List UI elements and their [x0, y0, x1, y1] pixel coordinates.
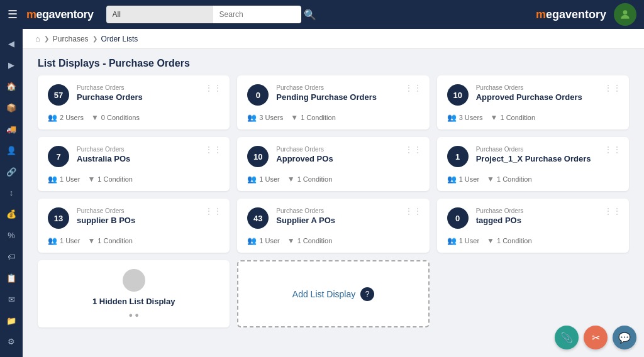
hamburger-menu[interactable]: ☰ — [8, 8, 18, 21]
list-item[interactable]: 1 Purchase Orders Project_1_X Purchase O… — [437, 137, 629, 191]
nav-avatar[interactable] — [614, 3, 636, 26]
sidebar-folder-icon[interactable]: 📁 — [1, 310, 21, 331]
card-badge: 0 — [247, 84, 269, 106]
card-conditions: 1 Condition — [97, 237, 133, 244]
card-users-meta: 👥 3 Users — [447, 113, 483, 122]
card-badge: 7 — [48, 146, 69, 167]
sidebar-list-icon[interactable]: 📋 — [1, 268, 21, 288]
card-title: Approved Purchase Orders — [476, 92, 619, 102]
card-title: Purchase Orders — [77, 92, 219, 102]
card-conditions: 1 Condition — [297, 237, 333, 244]
list-item[interactable]: 7 Purchase Orders Australia POs ⋮⋮ 👥 1 U… — [38, 137, 230, 191]
card-users-meta: 👥 2 Users — [48, 113, 84, 122]
card-users-meta: 👥 1 User — [247, 175, 279, 184]
list-item[interactable]: 0 Purchase Orders tagged POs ⋮⋮ 👥 1 User… — [437, 199, 629, 253]
card-badge: 43 — [247, 207, 269, 229]
card-badge: 10 — [247, 146, 269, 167]
sidebar-inventory-icon[interactable]: 📦 — [1, 98, 21, 118]
breadcrumb: ⌂ ❯ Purchases ❯ Order Lists — [23, 29, 644, 49]
cards-grid: 57 Purchase Orders Purchase Orders ⋮⋮ 👥 … — [23, 75, 644, 260]
nav-right: megaventory — [536, 3, 636, 26]
users-icon: 👥 — [447, 113, 457, 122]
breadcrumb-sep2: ❯ — [92, 35, 97, 42]
list-item[interactable]: 43 Purchase Orders Supplier A POs ⋮⋮ 👥 1… — [237, 199, 429, 253]
main-layout: ◀ ▶ 🏠 📦 🚚 👤 🔗 ↕ 💰 % 🏷 📋 ✉ 📁 ⚙ ⌂ ❯ Purcha… — [0, 29, 644, 357]
sidebar-tag-icon[interactable]: 🏷 — [1, 247, 21, 267]
nav-logo: megaventory — [536, 8, 606, 21]
card-title: Australia POs — [77, 154, 219, 163]
card-conditions: 1 Condition — [97, 175, 133, 183]
list-item[interactable]: 0 Purchase Orders Pending Purchase Order… — [237, 75, 429, 129]
card-conditions: 1 Condition — [497, 237, 532, 244]
users-icon: 👥 — [247, 113, 257, 122]
breadcrumb-purchases[interactable]: Purchases — [53, 35, 89, 43]
search-button[interactable]: 🔍 — [304, 9, 316, 21]
card-title: Pending Purchase Orders — [276, 92, 419, 102]
sidebar-settings-icon[interactable]: ⚙ — [1, 332, 21, 352]
content-area: ⌂ ❯ Purchases ❯ Order Lists List Display… — [23, 29, 644, 357]
bottom-actions: 📎 ✂ 💬 — [555, 326, 636, 349]
sidebar: ◀ ▶ 🏠 📦 🚚 👤 🔗 ↕ 💰 % 🏷 📋 ✉ 📁 ⚙ — [0, 29, 23, 357]
filter-icon: ▼ — [87, 236, 95, 245]
sidebar-transfer-icon[interactable]: ↕ — [1, 183, 21, 203]
users-icon: 👥 — [48, 113, 57, 122]
card-category: Purchase Orders — [476, 146, 619, 153]
drag-handle-icon: ⋮⋮ — [204, 145, 222, 155]
card-title: Supplier A POs — [276, 216, 419, 225]
card-badge: 10 — [447, 84, 469, 106]
card-users-meta: 👥 3 Users — [247, 113, 283, 122]
card-users: 1 User — [459, 237, 479, 244]
users-icon: 👥 — [48, 175, 57, 184]
app-logo: megaventory — [26, 8, 94, 21]
drag-handle-icon: ⋮⋮ — [204, 83, 222, 93]
breadcrumb-home-icon[interactable]: ⌂ — [35, 34, 40, 43]
help-icon[interactable]: ? — [360, 287, 374, 301]
sidebar-forward-arrow[interactable]: ▶ — [1, 55, 21, 75]
svg-point-0 — [623, 10, 628, 14]
sidebar-link-icon[interactable]: 🔗 — [1, 162, 21, 182]
sidebar-mail-icon[interactable]: ✉ — [1, 289, 21, 309]
top-nav: ☰ megaventory 🔍 megaventory — [0, 0, 644, 29]
chat-button[interactable]: 💬 — [613, 326, 636, 349]
sidebar-home-icon[interactable]: 🏠 — [1, 77, 21, 97]
card-conditions: 1 Condition — [497, 175, 532, 183]
filter-icon: ▼ — [291, 113, 298, 122]
users-icon: 👥 — [48, 236, 57, 245]
card-title: tagged POs — [476, 216, 619, 225]
card-conditions: 1 Condition — [301, 114, 336, 121]
card-category: Purchase Orders — [77, 207, 219, 214]
attach-button[interactable]: 📎 — [555, 326, 579, 349]
filter-icon: ▼ — [491, 113, 498, 122]
list-item[interactable]: 10 Purchase Orders Approved POs ⋮⋮ 👥 1 U… — [237, 137, 429, 191]
search-input[interactable] — [213, 6, 301, 23]
drag-handle-icon: ⋮⋮ — [404, 145, 422, 155]
filter-icon: ▼ — [487, 236, 494, 245]
list-item[interactable]: 13 Purchase Orders supplier B POs ⋮⋮ 👥 1… — [38, 199, 230, 253]
hidden-display-card[interactable]: 1 Hidden List Display ● ● — [38, 260, 230, 327]
sidebar-back-arrow[interactable]: ◀ — [1, 34, 21, 54]
card-title: Project_1_X Purchase Orders — [476, 154, 619, 163]
card-conditions-meta: ▼ 1 Condition — [287, 175, 333, 184]
hidden-display-title: 1 Hidden List Display — [92, 297, 175, 306]
breadcrumb-current: Order Lists — [101, 35, 138, 43]
breadcrumb-sep1: ❯ — [44, 35, 49, 42]
sidebar-shipping-icon[interactable]: 🚚 — [1, 119, 21, 139]
filter-icon: ▼ — [487, 175, 494, 184]
sidebar-users-icon[interactable]: 👤 — [1, 140, 21, 160]
add-list-display-card[interactable]: Add List Display ? — [237, 260, 429, 327]
card-conditions-meta: ▼ 1 Condition — [87, 236, 133, 245]
card-conditions-meta: ▼ 0 Conditions — [91, 113, 140, 122]
card-conditions-meta: ▼ 1 Condition — [287, 236, 333, 245]
card-badge: 57 — [48, 84, 69, 106]
card-conditions: 0 Conditions — [101, 114, 140, 121]
list-item[interactable]: 57 Purchase Orders Purchase Orders ⋮⋮ 👥 … — [38, 75, 230, 129]
list-item[interactable]: 10 Purchase Orders Approved Purchase Ord… — [437, 75, 629, 129]
sidebar-money-icon[interactable]: 💰 — [1, 204, 21, 224]
page-title: List Displays - Purchase Orders — [23, 49, 644, 75]
hidden-display-sub: ● ● — [128, 311, 138, 319]
sidebar-percent-icon[interactable]: % — [1, 226, 21, 246]
drag-handle-icon: ⋮⋮ — [604, 145, 621, 155]
card-users: 1 User — [259, 237, 279, 244]
tools-button[interactable]: ✂ — [584, 326, 608, 349]
search-type-select[interactable] — [106, 6, 213, 23]
